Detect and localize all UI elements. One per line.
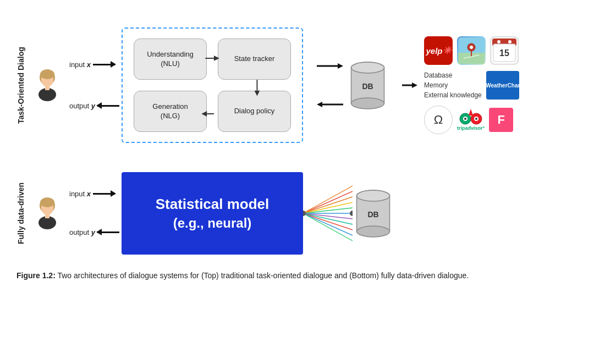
- svg-marker-14: [317, 102, 322, 107]
- svg-marker-40: [469, 109, 473, 115]
- input-arrow-top: [93, 64, 115, 65]
- svg-point-32: [497, 40, 501, 43]
- svg-text:DB: DB: [362, 82, 373, 91]
- svg-point-61: [357, 226, 390, 237]
- avatar-top: [31, 69, 64, 102]
- neural-wires-svg: [303, 180, 353, 246]
- maps-icon: [457, 36, 486, 65]
- svg-line-48: [303, 202, 353, 213]
- svg-line-52: [303, 213, 353, 224]
- figure-label: Figure 1.2:: [16, 271, 56, 280]
- yelp-icon: yelp✳: [424, 36, 453, 65]
- svg-marker-12: [338, 63, 343, 69]
- svg-line-46: [303, 191, 353, 213]
- dashed-box: Understanding(NLU) State tracker Generat…: [122, 27, 303, 143]
- db-to-icons-arrow: [402, 80, 419, 91]
- arrow-to-db-top: [317, 60, 344, 71]
- neural-wires-area: [303, 180, 353, 246]
- statistical-model-box: Statistical model (e.g., neural): [122, 172, 303, 255]
- svg-point-39: [475, 118, 477, 120]
- input-label-top: input x: [69, 60, 91, 69]
- svg-point-57: [303, 211, 306, 216]
- db-knowledge-text: Database Memory External knowledge: [424, 70, 482, 100]
- top-io-labels: input x output y: [69, 60, 119, 110]
- dialog-policy-node: Dialog policy: [218, 91, 291, 132]
- arrow-from-db-bottom: [317, 99, 344, 110]
- svg-point-38: [464, 118, 466, 120]
- input-label-bottom: input x: [69, 190, 91, 198]
- icons-area: yelp✳: [424, 36, 519, 134]
- output-arrow-top: [97, 105, 119, 107]
- svg-text:DB: DB: [367, 210, 378, 219]
- svg-point-33: [508, 40, 512, 43]
- db-col-top: DB: [347, 58, 388, 113]
- box-to-db-arrows: [317, 60, 344, 110]
- state-tracker-node: State tracker: [218, 38, 291, 80]
- svg-rect-45: [45, 214, 50, 218]
- svg-line-54: [303, 213, 353, 235]
- db-cylinder-bottom: DB: [353, 186, 394, 241]
- wikipedia-icon: Ω: [424, 106, 453, 134]
- icons-row-3: Ω tripadvisor° F: [424, 106, 513, 134]
- svg-point-25: [470, 46, 473, 49]
- svg-marker-21: [412, 82, 417, 88]
- weather-icon: The Weather Channel: [486, 71, 519, 100]
- tripadvisor-icon: tripadvisor°: [457, 109, 485, 131]
- db-col-bottom: DB: [353, 186, 394, 241]
- output-arrow-bottom: [97, 231, 119, 233]
- svg-point-43: [40, 197, 54, 207]
- section-label-top: Task-Oriented Dialog: [16, 11, 25, 159]
- avatar-col-top: [31, 69, 64, 102]
- svg-point-18: [351, 62, 384, 73]
- section-label-bottom: Fully data-driven: [16, 165, 25, 261]
- foursquare-icon: F: [489, 108, 513, 132]
- avatar-bottom: [31, 197, 64, 230]
- caption-text: Two architectures of dialogue systems fo…: [57, 271, 469, 280]
- svg-text:15: 15: [499, 48, 509, 58]
- output-label-bottom: output y: [69, 228, 95, 236]
- input-arrow-bottom: [93, 193, 115, 195]
- output-label-top: output y: [69, 102, 95, 110]
- model-line1: Statistical model: [156, 194, 270, 214]
- section-bottom: Fully data-driven input x output y: [16, 165, 578, 261]
- svg-point-17: [351, 98, 384, 109]
- main-container: Task-Oriented Dialog: [0, 0, 594, 364]
- avatar-col-bottom: [31, 197, 64, 230]
- section-top: Task-Oriented Dialog: [16, 11, 578, 159]
- nlu-node: Understanding(NLU): [134, 38, 207, 80]
- tripadvisor-label: tripadvisor°: [457, 125, 485, 131]
- calendar-icon: 15: [490, 36, 519, 65]
- svg-point-62: [357, 190, 390, 201]
- db-knowledge-row: Database Memory External knowledge The W…: [424, 70, 519, 100]
- db-cylinder-top: DB: [347, 58, 388, 113]
- model-line2: (e.g., neural): [173, 214, 252, 233]
- nlg-node: Generation(NLG): [134, 91, 207, 132]
- figure-caption: Figure 1.2: Two architectures of dialogu…: [16, 269, 512, 282]
- bottom-io-labels: input x output y: [69, 190, 119, 236]
- icons-row-1: yelp✳: [424, 36, 519, 65]
- svg-point-2: [40, 69, 54, 79]
- svg-rect-4: [45, 86, 50, 90]
